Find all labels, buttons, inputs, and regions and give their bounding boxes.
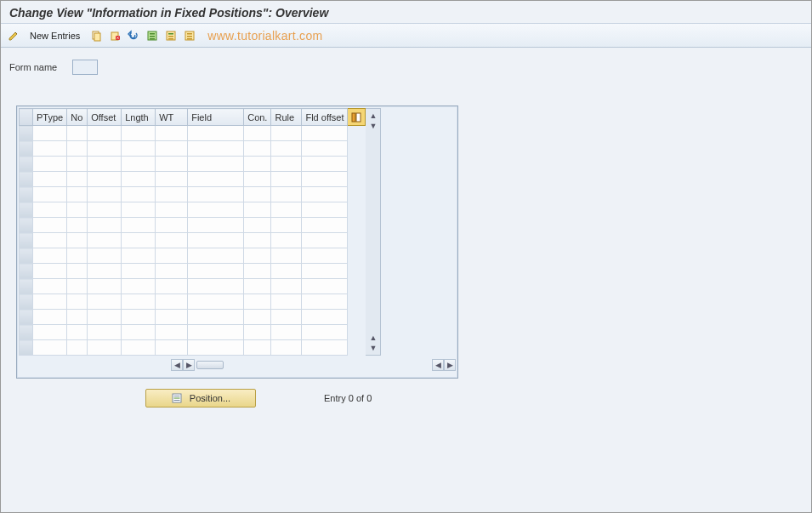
grid-cell[interactable] — [156, 310, 188, 325]
col-header[interactable]: Fld offset — [302, 109, 348, 126]
grid-cell[interactable] — [271, 218, 302, 233]
row-selector[interactable] — [20, 218, 33, 233]
grid-cell[interactable] — [67, 187, 88, 202]
grid-cell[interactable] — [302, 233, 348, 248]
new-entries-button[interactable]: New Entries — [25, 29, 85, 43]
grid-cell[interactable] — [88, 187, 122, 202]
table-row[interactable] — [20, 141, 366, 157]
table-row[interactable] — [20, 187, 366, 202]
grid-cell[interactable] — [156, 248, 188, 264]
grid-cell[interactable] — [302, 202, 348, 218]
grid-cell[interactable] — [188, 157, 244, 172]
grid-cell[interactable] — [302, 157, 348, 172]
grid-cell[interactable] — [271, 279, 302, 294]
hscroll-right-icon[interactable]: ▶ — [183, 359, 195, 371]
grid-cell[interactable] — [88, 325, 122, 340]
grid-cell[interactable] — [122, 218, 156, 233]
grid-cell[interactable] — [271, 172, 302, 187]
select-all-header[interactable] — [20, 109, 33, 126]
grid-cell[interactable] — [302, 126, 348, 141]
data-grid[interactable]: PTypeNoOffsetLngthWTFieldCon.RuleFld off… — [19, 108, 366, 356]
grid-cell[interactable] — [88, 310, 122, 325]
grid-cell[interactable] — [33, 233, 67, 248]
grid-cell[interactable] — [88, 141, 122, 157]
grid-cell[interactable] — [33, 218, 67, 233]
grid-cell[interactable] — [188, 233, 244, 248]
grid-cell[interactable] — [244, 294, 271, 310]
grid-cell[interactable] — [122, 202, 156, 218]
grid-cell[interactable] — [188, 264, 244, 279]
table-row[interactable] — [20, 340, 366, 356]
table-row[interactable] — [20, 325, 366, 340]
position-button[interactable]: Position... — [145, 389, 256, 408]
grid-cell[interactable] — [156, 264, 188, 279]
grid-cell[interactable] — [88, 279, 122, 294]
grid-cell[interactable] — [33, 294, 67, 310]
grid-cell[interactable] — [88, 233, 122, 248]
grid-cell[interactable] — [67, 172, 88, 187]
grid-cell[interactable] — [122, 340, 156, 356]
grid-cell[interactable] — [302, 310, 348, 325]
grid-cell[interactable] — [67, 294, 88, 310]
pencil-icon[interactable] — [6, 28, 21, 43]
grid-cell[interactable] — [122, 157, 156, 172]
grid-cell[interactable] — [122, 172, 156, 187]
grid-cell[interactable] — [122, 294, 156, 310]
grid-cell[interactable] — [67, 157, 88, 172]
row-selector[interactable] — [20, 202, 33, 218]
col-header[interactable]: Lngth — [122, 109, 156, 126]
grid-cell[interactable] — [156, 294, 188, 310]
grid-cell[interactable] — [302, 187, 348, 202]
grid-cell[interactable] — [88, 294, 122, 310]
select-all-icon[interactable] — [145, 28, 160, 43]
grid-cell[interactable] — [122, 279, 156, 294]
scroll-down-icon[interactable]: ▼ — [370, 343, 378, 353]
grid-cell[interactable] — [67, 233, 88, 248]
grid-cell[interactable] — [33, 172, 67, 187]
row-selector[interactable] — [20, 187, 33, 202]
grid-cell[interactable] — [33, 157, 67, 172]
grid-cell[interactable] — [33, 279, 67, 294]
grid-cell[interactable] — [122, 325, 156, 340]
form-name-input[interactable] — [72, 60, 98, 75]
grid-cell[interactable] — [88, 218, 122, 233]
grid-cell[interactable] — [156, 325, 188, 340]
grid-cell[interactable] — [271, 294, 302, 310]
grid-cell[interactable] — [244, 141, 271, 157]
col-header[interactable]: PType — [33, 109, 67, 126]
hscroll-right2-icon[interactable]: ▶ — [444, 359, 456, 371]
scroll-up-step-icon[interactable]: ▲ — [370, 333, 378, 343]
copy-icon[interactable] — [88, 28, 104, 43]
grid-cell[interactable] — [33, 264, 67, 279]
scroll-up-icon[interactable]: ▲ — [370, 111, 378, 121]
grid-cell[interactable] — [88, 172, 122, 187]
grid-cell[interactable] — [33, 187, 67, 202]
grid-cell[interactable] — [88, 264, 122, 279]
grid-cell[interactable] — [271, 248, 302, 264]
row-selector[interactable] — [20, 141, 33, 157]
grid-cell[interactable] — [271, 157, 302, 172]
grid-cell[interactable] — [156, 157, 188, 172]
grid-cell[interactable] — [188, 340, 244, 356]
table-row[interactable] — [20, 218, 366, 233]
table-row[interactable] — [20, 279, 366, 294]
grid-cell[interactable] — [33, 325, 67, 340]
grid-cell[interactable] — [67, 325, 88, 340]
grid-cell[interactable] — [244, 187, 271, 202]
grid-cell[interactable] — [188, 218, 244, 233]
table-row[interactable] — [20, 233, 366, 248]
grid-cell[interactable] — [271, 264, 302, 279]
grid-cell[interactable] — [302, 172, 348, 187]
hscroll-left2-icon[interactable]: ◀ — [432, 359, 444, 371]
grid-cell[interactable] — [122, 248, 156, 264]
grid-cell[interactable] — [156, 172, 188, 187]
grid-cell[interactable] — [156, 233, 188, 248]
grid-cell[interactable] — [271, 340, 302, 356]
hscroll-thumb[interactable] — [196, 361, 224, 369]
grid-cell[interactable] — [122, 310, 156, 325]
grid-cell[interactable] — [156, 279, 188, 294]
grid-cell[interactable] — [67, 218, 88, 233]
grid-cell[interactable] — [33, 310, 67, 325]
grid-cell[interactable] — [244, 218, 271, 233]
col-header[interactable]: Field — [188, 109, 244, 126]
